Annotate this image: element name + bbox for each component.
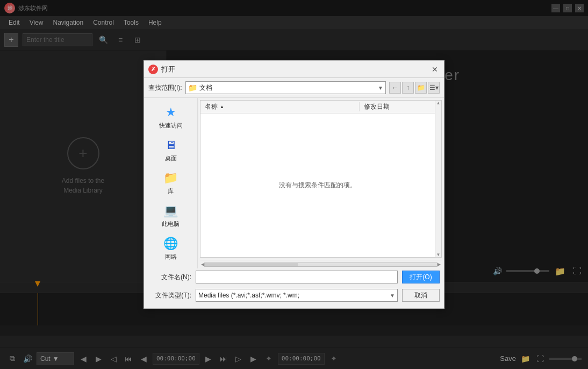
library-label: 库	[168, 187, 174, 195]
desktop-icon: 🖥	[165, 138, 177, 152]
sidebar-computer[interactable]: 💻 此电脑	[146, 201, 195, 231]
dialog-sidebar: ★ 快速访问 🖥 桌面 📁 库 💻 此电脑 🌐 网络	[144, 98, 198, 268]
col-date-header: 修改日期	[360, 102, 435, 111]
filelist-empty-message: 没有与搜索条件匹配的项。	[200, 113, 435, 257]
scrollbar-up-arrow[interactable]: ▲	[436, 101, 441, 105]
scrollbar-track[interactable]	[204, 262, 438, 267]
nav-back-button[interactable]: ←	[389, 82, 401, 94]
dialog-body: ★ 快速访问 🖥 桌面 📁 库 💻 此电脑 🌐 网络	[144, 98, 444, 268]
sidebar-desktop[interactable]: 🖥 桌面	[146, 135, 195, 166]
dialog-overlay: ✗ 打开 ✕ 查找范围(I): 📁 文档 ▼ ← ↑ 📁 ☰▾	[0, 0, 588, 369]
dialog-location-bar: 查找范围(I): 📁 文档 ▼ ← ↑ 📁 ☰▾	[144, 78, 444, 98]
network-icon: 🌐	[163, 237, 178, 251]
sidebar-quick-access[interactable]: ★ 快速访问	[146, 102, 195, 133]
filename-label: 文件名(N):	[148, 273, 191, 282]
sidebar-library[interactable]: 📁 库	[146, 168, 195, 198]
filelist-container: 名称 ▲ 修改日期 没有与搜索条件匹配的项。	[198, 98, 444, 268]
dialog-location-label: 查找范围(I):	[148, 83, 182, 93]
location-folder-icon: 📁	[188, 83, 197, 92]
dialog-icon: ✗	[148, 65, 158, 74]
filetype-dropdown-arrow: ▼	[390, 293, 395, 299]
dialog-horizontal-scrollbar[interactable]: ◀ ▶	[200, 260, 442, 268]
open-file-dialog: ✗ 打开 ✕ 查找范围(I): 📁 文档 ▼ ← ↑ 📁 ☰▾	[144, 60, 444, 309]
library-icon: 📁	[163, 171, 178, 185]
desktop-label: 桌面	[165, 154, 177, 162]
computer-label: 此电脑	[162, 220, 180, 228]
filelist-area: 名称 ▲ 修改日期 没有与搜索条件匹配的项。	[200, 101, 441, 257]
dialog-open-button[interactable]: 打开(O)	[402, 271, 440, 283]
quick-access-icon: ★	[166, 105, 176, 119]
col-name-header: 名称 ▲	[200, 102, 360, 111]
filelist-inner: 名称 ▲ 修改日期 没有与搜索条件匹配的项。	[200, 101, 435, 257]
filetype-row: 文件类型(T): Media files (*.avi;*.asf;*.wmv;…	[144, 287, 444, 304]
col-date-text: 修改日期	[364, 103, 390, 110]
scrollbar-right-arrow[interactable]: ▶	[438, 262, 441, 267]
dialog-filelist: 名称 ▲ 修改日期 没有与搜索条件匹配的项。	[200, 100, 442, 258]
nav-up-button[interactable]: ↑	[402, 82, 414, 94]
dialog-location-select[interactable]: 📁 文档 ▼	[185, 81, 386, 94]
filetype-select[interactable]: Media files (*.avi;*.asf;*.wmv; *.wm; ▼	[196, 289, 398, 302]
quick-access-label: 快速访问	[159, 122, 183, 130]
location-dropdown-arrow: ▼	[378, 85, 383, 91]
sidebar-network[interactable]: 🌐 网络	[146, 233, 195, 264]
computer-icon: 💻	[163, 204, 178, 218]
network-label: 网络	[165, 253, 177, 261]
filelist-vertical-scrollbar[interactable]: ▲ ▼	[435, 101, 441, 257]
dialog-title-left: ✗ 打开	[148, 65, 175, 74]
scrollbar-down-arrow[interactable]: ▼	[436, 252, 441, 257]
scrollbar-thumb	[205, 263, 298, 266]
dialog-bottom-actions: 文件名(N): 打开(O) 文件类型(T): Media files (*.av…	[144, 268, 444, 308]
col-name-text: 名称	[205, 102, 218, 111]
dialog-cancel-button[interactable]: 取消	[402, 289, 440, 302]
filename-input[interactable]	[196, 271, 398, 283]
dialog-titlebar: ✗ 打开 ✕	[144, 61, 444, 78]
filelist-header: 名称 ▲ 修改日期	[200, 101, 435, 113]
nav-new-folder-button[interactable]: 📁	[415, 82, 427, 94]
dialog-title-text: 打开	[161, 65, 175, 74]
col-name-sort-icon: ▲	[220, 104, 224, 109]
dialog-close-button[interactable]: ✕	[430, 65, 440, 74]
filename-row: 文件名(N): 打开(O)	[144, 268, 444, 286]
filetype-label: 文件类型(T):	[148, 291, 191, 300]
location-value: 文档	[197, 83, 378, 93]
dialog-nav-buttons: ← ↑ 📁 ☰▾	[389, 82, 440, 94]
filetype-value: Media files (*.avi;*.asf;*.wmv; *.wm;	[198, 292, 390, 299]
nav-view-button[interactable]: ☰▾	[428, 82, 440, 94]
